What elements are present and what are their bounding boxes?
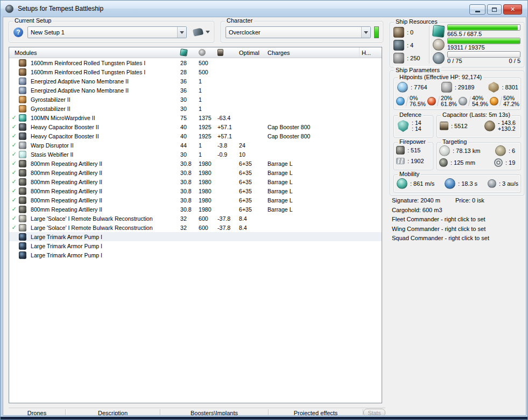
module-row[interactable]: ✓800mm Repeating Artillery II30.819806+3… (9, 159, 382, 168)
cpu-icon (432, 25, 445, 38)
optimal-column-header[interactable]: Optimal (239, 50, 267, 56)
cpu-usage-bar (447, 24, 520, 31)
powergrid-usage-bar (447, 38, 520, 44)
tab-description[interactable]: Description (66, 408, 160, 416)
wing-commander-text[interactable]: Wing Commander - right click to set (392, 225, 489, 234)
active-check-icon: ✓ (9, 123, 19, 130)
chevron-down-icon[interactable] (361, 27, 370, 38)
targeting-range-icon (439, 145, 450, 156)
module-row[interactable]: ✓Large 'Solace' I Remote Bulwark Reconst… (9, 214, 382, 223)
setup-menu-button[interactable] (193, 29, 210, 36)
scan-resolution-icon (494, 158, 503, 167)
sig-resolution-value: : 125 mm (450, 159, 475, 166)
title-bar[interactable]: Setups for Tempest Battleship ✕ (1, 1, 527, 17)
defence-value-bottom: : 14 (412, 126, 421, 132)
close-button[interactable]: ✕ (503, 4, 522, 15)
current-setup-group: Current Setup ? New Setup 1 (9, 21, 214, 43)
setup-select-value: New Setup 1 (31, 29, 177, 36)
help-icon[interactable]: ? (13, 27, 23, 37)
calibration-icon (393, 53, 404, 64)
armor-resist-value: 54.9% (472, 101, 488, 107)
module-cpu: 44 (180, 142, 199, 149)
module-powergrid: 500 (199, 69, 217, 75)
module-row[interactable]: ✓800mm Repeating Artillery II30.819806+3… (9, 177, 382, 186)
tab-projected-effects[interactable]: Projected effects (269, 408, 363, 416)
explosive-resist-icon (490, 97, 498, 106)
module-row[interactable]: Energized Adaptive Nano Membrane II361 (9, 76, 382, 86)
capacitor-usage-icon[interactable] (217, 49, 239, 56)
module-row[interactable]: ✓Heavy Capacitor Booster II401925+57.1Ca… (9, 131, 382, 141)
module-row[interactable]: ✓100MN MicroWarpdrive II751375-63.4 (9, 113, 382, 122)
module-cpu: 32 (180, 215, 199, 222)
module-charge: Barrage L (267, 160, 359, 167)
module-row[interactable]: ✓Warp Disruptor II441-3.824 (9, 141, 382, 150)
module-name: 800mm Repeating Artillery II (31, 160, 180, 167)
maximize-icon (492, 8, 497, 12)
rig-icon (19, 251, 31, 258)
fleet-commander-text[interactable]: Fleet Commander - right click to set (392, 215, 489, 225)
module-row[interactable]: Energized Adaptive Nano Membrane II361 (9, 86, 382, 95)
defence-title: Defence (398, 111, 423, 118)
module-charge: Barrage L (267, 188, 359, 194)
setup-select[interactable]: New Setup 1 (27, 26, 187, 38)
targeting-group: Targeting : 78.13 km : 6 : 125 mm (437, 142, 521, 170)
warp-disruptor-icon (19, 141, 31, 149)
module-row[interactable]: Gyrostabilizer II301 (9, 95, 382, 104)
cpu-icon[interactable] (180, 49, 199, 56)
chevron-down-icon[interactable] (177, 27, 186, 38)
module-name: Large Trimark Armor Pump I (31, 243, 180, 249)
maximize-button[interactable] (487, 4, 502, 15)
client-area: Current Setup ? New Setup 1 Character Ov… (3, 17, 526, 416)
module-row[interactable]: ✓800mm Repeating Artillery II30.819806+3… (9, 186, 382, 195)
warp-speed-icon (488, 179, 496, 188)
gyrostabilizer-icon (19, 104, 31, 112)
character-select[interactable]: Overclocker (226, 26, 371, 38)
artillery-icon (19, 159, 31, 167)
heat-column-header[interactable]: H... (359, 47, 382, 58)
minimize-button[interactable] (469, 4, 485, 15)
module-cpu: 30.8 (180, 188, 199, 194)
active-check-icon: ✓ (9, 169, 19, 176)
module-charge: Cap Booster 800 (267, 133, 359, 139)
active-check-icon: ✓ (9, 160, 19, 167)
launcher-hardpoints-value: : 4 (407, 42, 413, 48)
module-name: 100MN MicroWarpdrive II (31, 115, 180, 121)
module-row[interactable]: Large Trimark Armor Pump I (9, 232, 382, 241)
module-row[interactable]: ✓800mm Repeating Artillery II30.819806+3… (9, 205, 382, 214)
squad-commander-text[interactable]: Squad Commander - right click to set (392, 234, 489, 243)
stats-button[interactable]: Stats (363, 409, 385, 416)
module-powergrid: 1980 (199, 188, 217, 194)
price-text: Price: 0 isk (455, 196, 484, 206)
powergrid-icon[interactable] (199, 49, 217, 56)
module-row[interactable]: 1600mm Reinforced Rolled Tungsten Plates… (9, 58, 382, 67)
module-powergrid: 1925 (199, 124, 217, 130)
module-optimal: 6+35 (239, 197, 267, 204)
module-optimal: 6+35 (239, 206, 267, 213)
targeting-range-value: : 78.13 km (453, 148, 480, 154)
module-row[interactable]: ✓800mm Repeating Artillery II30.819806+3… (9, 168, 382, 177)
armor-hp-icon (441, 82, 452, 93)
module-cpu: 40 (180, 124, 199, 130)
module-name: Large 'Solace' I Remote Bulwark Reconstr… (31, 215, 180, 222)
module-cap-usage: -37.8 (217, 215, 239, 222)
module-powergrid: 1 (199, 142, 217, 149)
capacitor-group: Capacitor (Lasts: 5m 13s) : 5512 - 143.6… (437, 115, 521, 138)
hull-hp-icon (488, 82, 499, 93)
module-row[interactable]: 1600mm Reinforced Rolled Tungsten Plates… (9, 67, 382, 76)
modules-column-header[interactable]: Modules (9, 50, 180, 56)
module-row[interactable]: Large Trimark Armor Pump I (9, 241, 382, 250)
module-name: 1600mm Reinforced Rolled Tungsten Plates… (31, 69, 180, 75)
charges-column-header[interactable]: Charges (267, 50, 359, 56)
resist-cell: 40%54.9% (459, 95, 488, 107)
module-row[interactable]: ✓800mm Repeating Artillery II30.819806+3… (9, 195, 382, 205)
module-row[interactable]: ✓Stasis Webifier II301-0.910 (9, 150, 382, 159)
module-row[interactable]: Large Trimark Armor Pump I (9, 250, 382, 260)
module-row[interactable]: ✓Heavy Capacitor Booster II401925+57.1Ca… (9, 122, 382, 131)
module-cpu: 40 (180, 133, 199, 139)
ship-info-block: Signature: 2040 m Price: 0 isk Cargohold… (392, 196, 489, 243)
tab-drones[interactable]: Drones (9, 408, 65, 416)
module-row[interactable]: ✓Large 'Solace' I Remote Bulwark Reconst… (9, 223, 382, 232)
module-row[interactable]: Gyrostabilizer II301 (9, 104, 382, 113)
tab-boosters-implants[interactable]: Boosters\Implants (160, 408, 268, 416)
module-cap-usage: -3.8 (217, 142, 239, 149)
